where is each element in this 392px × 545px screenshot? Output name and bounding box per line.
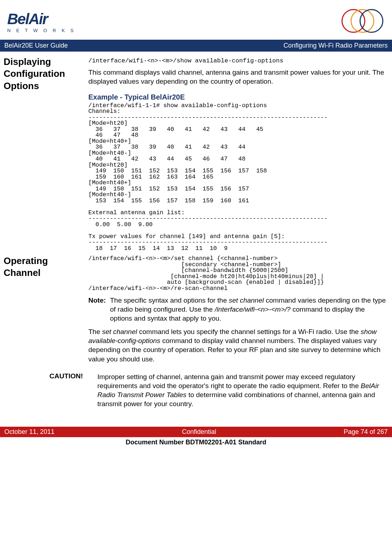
caution-row: CAUTION! Improper setting of channel, an…: [4, 372, 388, 408]
footer-doc-number: Document Number BDTM02201-A01 Standard: [0, 437, 392, 450]
caution-label: CAUTION!: [4, 372, 97, 408]
cmd-ref-interface: /interface/wifi-<n>-<m>/?: [215, 306, 290, 313]
brand-name: BelAir: [7, 10, 76, 28]
section-operating: Operating Channel /interface/wifi-<n>-<m…: [4, 255, 388, 367]
note-label: Note:: [88, 296, 110, 323]
section-body-displaying: /interface/wifi-<n>-<m>/show available-c…: [88, 56, 388, 252]
displaying-paragraph: This command displays valid channel, ant…: [88, 68, 388, 86]
note-row: Note: The specific syntax and options fo…: [88, 296, 388, 323]
section-title-displaying: Displaying Configuration Options: [4, 56, 88, 252]
footer-bar: October 11, 2011 Confidential Page 74 of…: [0, 427, 392, 437]
operating-paragraph: The set channel command lets you specify…: [88, 327, 388, 363]
cmd-ref-setchannel-2: set channel: [102, 328, 137, 335]
section-title-operating: Operating Channel: [4, 255, 88, 367]
footer-center: Confidential: [182, 428, 216, 436]
brand-logo: BelAir N E T W O R K S: [7, 10, 76, 33]
chapter-title: Configuring Wi-Fi Radio Parameters: [283, 42, 388, 49]
footer-page: Page 74 of 267: [344, 428, 388, 436]
command-set-channel: /interface/wifi-<n>-<m>/set channel {<ch…: [88, 256, 388, 291]
content: Displaying Configuration Options /interf…: [0, 52, 392, 418]
example-output: /interface/wifi-1-1# show available-conf…: [88, 103, 388, 252]
note-text: The specific syntax and options for the …: [110, 296, 388, 323]
section-displaying: Displaying Configuration Options /interf…: [4, 56, 388, 252]
cmd-ref-setchannel: set channel: [229, 296, 264, 304]
rings-logo: [342, 7, 385, 36]
example-header: Example - Typical BelAir20E: [88, 92, 388, 102]
header-logos: BelAir N E T W O R K S: [0, 0, 392, 40]
command-show-options: /interface/wifi-<n>-<m>/show available-c…: [88, 57, 388, 64]
brand-subtitle: N E T W O R K S: [7, 28, 76, 33]
doc-title: BelAir20E User Guide: [4, 42, 68, 49]
title-bar: BelAir20E User Guide Configuring Wi-Fi R…: [0, 40, 392, 52]
caution-text: Improper setting of channel, antenna gai…: [97, 372, 388, 408]
section-body-operating: /interface/wifi-<n>-<m>/set channel {<ch…: [88, 255, 388, 367]
footer-date: October 11, 2011: [4, 428, 54, 436]
